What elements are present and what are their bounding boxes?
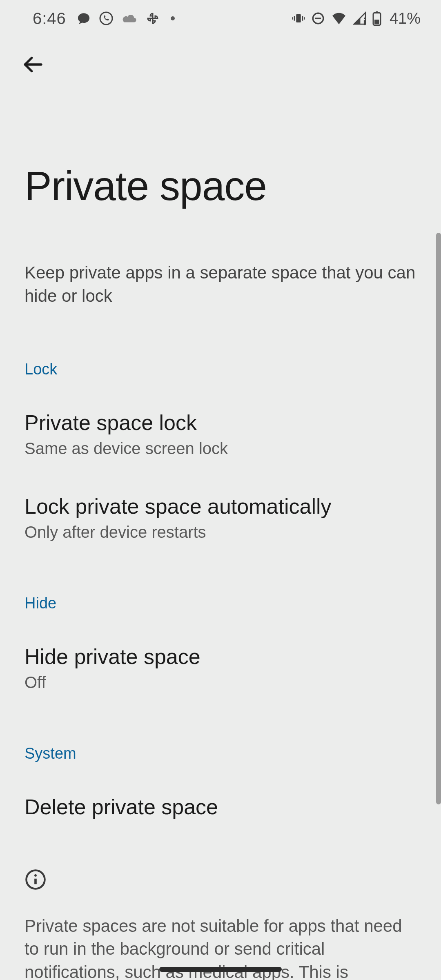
status-bar-right: 41%: [292, 10, 421, 27]
section-label-system: System: [24, 745, 416, 762]
svg-rect-11: [376, 11, 378, 13]
notification-dot-icon: [171, 16, 175, 20]
svg-point-0: [100, 12, 112, 24]
svg-rect-4: [292, 17, 293, 20]
pref-title: Hide private space: [24, 645, 416, 669]
scrollbar[interactable]: [436, 233, 441, 804]
section-system: System Delete private space: [0, 745, 441, 820]
chat-bubble-icon: [77, 11, 91, 25]
page-title: Private space: [24, 163, 416, 208]
battery-percentage: 41%: [390, 10, 421, 27]
section-lock: Lock Private space lock Same as device s…: [0, 361, 441, 541]
back-button[interactable]: [16, 49, 49, 82]
section-label-lock: Lock: [24, 361, 416, 378]
section-hide: Hide Hide private space Off: [0, 595, 441, 692]
pref-hide-private-space[interactable]: Hide private space Off: [24, 645, 416, 692]
wifi-icon: [331, 12, 347, 25]
info-block: Private spaces are not suitable for apps…: [0, 869, 441, 980]
svg-rect-1: [296, 14, 301, 22]
pref-delete-private-space[interactable]: Delete private space: [24, 795, 416, 820]
signal-icon: [353, 11, 367, 25]
pref-summary: Only after device restarts: [24, 523, 416, 541]
vibrate-icon: [292, 11, 305, 25]
svg-rect-2: [294, 16, 295, 20]
pref-title: Private space lock: [24, 411, 416, 435]
svg-point-9: [364, 18, 365, 19]
page-header: Private space Keep private apps in a sep…: [0, 82, 441, 307]
svg-rect-5: [304, 17, 305, 20]
pref-lock-automatically[interactable]: Lock private space automatically Only af…: [24, 494, 416, 541]
cloud-icon: [122, 13, 137, 24]
pref-title: Delete private space: [24, 795, 416, 820]
pref-title: Lock private space automatically: [24, 494, 416, 519]
status-bar: 6:46 41%: [0, 0, 441, 37]
page-subtitle: Keep private apps in a separate space th…: [24, 261, 416, 307]
gesture-nav-handle[interactable]: [159, 967, 282, 972]
pref-private-space-lock[interactable]: Private space lock Same as device screen…: [24, 411, 416, 458]
section-label-hide: Hide: [24, 595, 416, 612]
arrow-back-icon: [21, 53, 44, 78]
status-time: 6:46: [33, 9, 66, 28]
svg-rect-3: [302, 16, 303, 20]
pinwheel-icon: [145, 11, 160, 26]
battery-icon: [372, 11, 381, 26]
status-bar-left: 6:46: [33, 9, 175, 28]
app-bar: [0, 37, 441, 82]
pref-summary: Off: [24, 673, 416, 692]
whatsapp-icon: [99, 11, 114, 26]
pref-summary: Same as device screen lock: [24, 439, 416, 458]
svg-point-16: [34, 874, 37, 877]
svg-rect-8: [364, 20, 365, 25]
svg-rect-12: [374, 20, 379, 24]
dnd-icon: [311, 11, 325, 25]
info-icon: [24, 869, 416, 892]
